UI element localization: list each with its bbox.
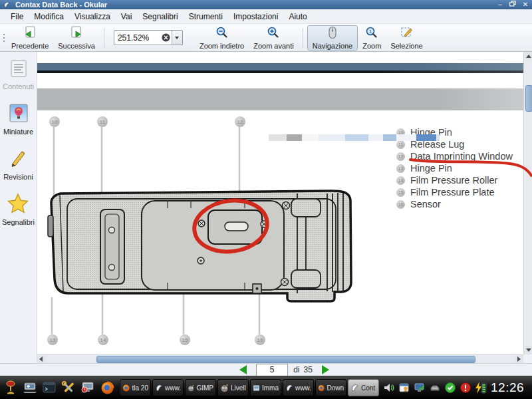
list-ball-16: 16 bbox=[396, 200, 405, 209]
desktop: Contax Data Back - Okular – ✕ File Modif… bbox=[0, 0, 532, 399]
sidebar-item-reviews[interactable]: Revisioni bbox=[2, 146, 35, 182]
task-okular-www2[interactable]: www. bbox=[283, 379, 314, 396]
zoom-level-input[interactable] bbox=[114, 33, 162, 43]
task-okular-www[interactable]: www. bbox=[152, 379, 184, 396]
menu-modifica[interactable]: Modifica bbox=[29, 11, 69, 23]
monitor-clock-icon[interactable] bbox=[79, 379, 96, 396]
task-okular-contax[interactable]: Cont bbox=[348, 379, 379, 396]
callout-15: 15 bbox=[180, 334, 190, 345]
battery-charging-icon[interactable] bbox=[474, 381, 487, 394]
scroll-up-icon[interactable] bbox=[524, 52, 532, 61]
thumbnails-icon bbox=[8, 102, 29, 126]
goblet-icon[interactable] bbox=[2, 379, 19, 396]
next-page-button[interactable]: Successiva bbox=[53, 25, 100, 51]
clear-field-icon[interactable] bbox=[162, 33, 170, 42]
list-ball-12: 12 bbox=[396, 152, 405, 161]
list-item: 16Sensor bbox=[396, 198, 513, 210]
zoom-in-button[interactable]: Zoom avanti bbox=[249, 25, 299, 51]
task-firefox-downloads[interactable]: Down bbox=[315, 379, 346, 396]
status-ok-icon[interactable] bbox=[444, 381, 457, 394]
horizontal-scroll-thumb[interactable] bbox=[96, 356, 475, 363]
page-previous-icon bbox=[23, 26, 37, 41]
task-gimp-layers[interactable]: Livell bbox=[217, 379, 249, 396]
tools-icon[interactable] bbox=[60, 379, 77, 396]
previous-page-button[interactable]: Precedente bbox=[7, 25, 53, 51]
task-gimp[interactable]: GIMP bbox=[185, 379, 216, 396]
organizer-icon[interactable] bbox=[398, 381, 411, 394]
alert-icon[interactable] bbox=[459, 381, 472, 394]
svg-text:1: 1 bbox=[369, 29, 372, 35]
selection-pencil-icon bbox=[400, 26, 414, 41]
task-firefox-tla[interactable]: tla 20 bbox=[120, 379, 151, 396]
callout-14: 14 bbox=[98, 334, 108, 345]
vertical-scroll-thumb[interactable] bbox=[525, 85, 532, 112]
menu-vai[interactable]: Vai bbox=[116, 11, 137, 23]
callout-11: 11 bbox=[97, 116, 108, 127]
list-item: 14Film Pressure Roller bbox=[396, 174, 513, 186]
scroll-left-icon[interactable] bbox=[37, 355, 45, 364]
monitor-check-icon[interactable] bbox=[413, 381, 426, 394]
list-ball-15: 15 bbox=[396, 188, 405, 197]
toolbar-separator bbox=[104, 28, 104, 48]
callout-12: 12 bbox=[235, 116, 245, 127]
page-number-input[interactable] bbox=[256, 364, 288, 376]
zoom-tool-button[interactable]: 1 Zoom bbox=[358, 25, 386, 51]
star-icon bbox=[7, 193, 29, 216]
menu-strumenti[interactable]: Strumenti bbox=[184, 11, 228, 23]
device-icon[interactable] bbox=[428, 381, 442, 394]
page-next-icon bbox=[69, 26, 84, 41]
browse-tool-button[interactable]: Navigazione bbox=[307, 25, 358, 51]
sidebar-item-contents[interactable]: Contenuti bbox=[1, 57, 35, 92]
restore-button-icon[interactable] bbox=[509, 0, 517, 9]
magnifier-plus-icon bbox=[267, 26, 280, 41]
page-dark-band bbox=[37, 63, 523, 70]
list-ball-13: 13 bbox=[396, 164, 405, 173]
scroll-down-icon[interactable] bbox=[524, 346, 532, 354]
menu-impostazioni[interactable]: Impostazioni bbox=[228, 11, 283, 23]
render-artifact-bar bbox=[269, 134, 440, 141]
window-title: Contax Data Back - Okular bbox=[15, 0, 107, 9]
scroll-right-icon[interactable] bbox=[515, 355, 523, 364]
callout-16: 16 bbox=[255, 334, 265, 345]
callout-10: 10 bbox=[49, 116, 60, 127]
pencil-icon bbox=[7, 148, 29, 171]
selection-tool-button[interactable]: Selezione bbox=[386, 25, 427, 51]
window-titlebar[interactable]: Contax Data Back - Okular – ✕ bbox=[0, 0, 532, 9]
menu-segnalibri[interactable]: Segnalibri bbox=[137, 11, 183, 23]
main-toolbar: Precedente Successiva Zoom indietro bbox=[0, 24, 532, 52]
sidebar-item-thumbnails[interactable]: Miniature bbox=[2, 101, 35, 137]
page-of-label: di bbox=[293, 365, 299, 374]
horizontal-scrollbar[interactable] bbox=[37, 354, 523, 363]
zoom-out-button[interactable]: Zoom indietro bbox=[195, 25, 249, 51]
callout-13: 13 bbox=[47, 334, 58, 345]
toolbar-drag-handle[interactable] bbox=[1, 28, 7, 48]
close-button-icon[interactable]: ✕ bbox=[521, 0, 529, 9]
sidebar-item-bookmarks[interactable]: Segnalibri bbox=[1, 192, 36, 227]
list-item: 15Film Pressure Plate bbox=[396, 186, 513, 198]
sidebar: Contenuti Miniature Revisioni Segnalibri bbox=[0, 52, 37, 363]
next-page-arrow-icon[interactable] bbox=[322, 365, 329, 374]
toolbar-separator bbox=[303, 28, 303, 48]
vertical-scrollbar[interactable] bbox=[523, 52, 532, 354]
magnifier-one-icon: 1 bbox=[365, 26, 378, 41]
terminal-icon[interactable] bbox=[41, 379, 58, 396]
list-ball-11: 11 bbox=[396, 140, 405, 149]
list-item: 12Data Imprinting Window bbox=[396, 150, 513, 162]
previous-page-arrow-icon[interactable] bbox=[239, 365, 247, 374]
system-tray bbox=[382, 381, 487, 394]
menu-file[interactable]: File bbox=[5, 11, 29, 23]
volume-icon[interactable] bbox=[382, 381, 396, 394]
task-image-window[interactable]: Imma bbox=[250, 379, 281, 396]
zoom-level-combobox bbox=[114, 30, 183, 45]
menu-visualizza[interactable]: Visualizza bbox=[69, 11, 116, 23]
document-page[interactable]: www.orphancameras.com 10 11 12 13 14 15 … bbox=[37, 52, 523, 354]
chevron-down-icon bbox=[175, 37, 179, 39]
taskbar-clock[interactable]: 12:26 bbox=[491, 380, 524, 395]
laptop-icon[interactable] bbox=[21, 379, 39, 396]
task-buttons: tla 20 www. GIMP Livell Imma www. bbox=[120, 379, 379, 396]
minimize-button-icon[interactable]: – bbox=[496, 0, 504, 9]
watermark-text: www.orphancameras.com bbox=[132, 200, 227, 210]
firefox-icon[interactable] bbox=[98, 379, 116, 396]
zoom-dropdown-button[interactable] bbox=[172, 31, 182, 45]
menu-aiuto[interactable]: Aiuto bbox=[283, 11, 312, 23]
